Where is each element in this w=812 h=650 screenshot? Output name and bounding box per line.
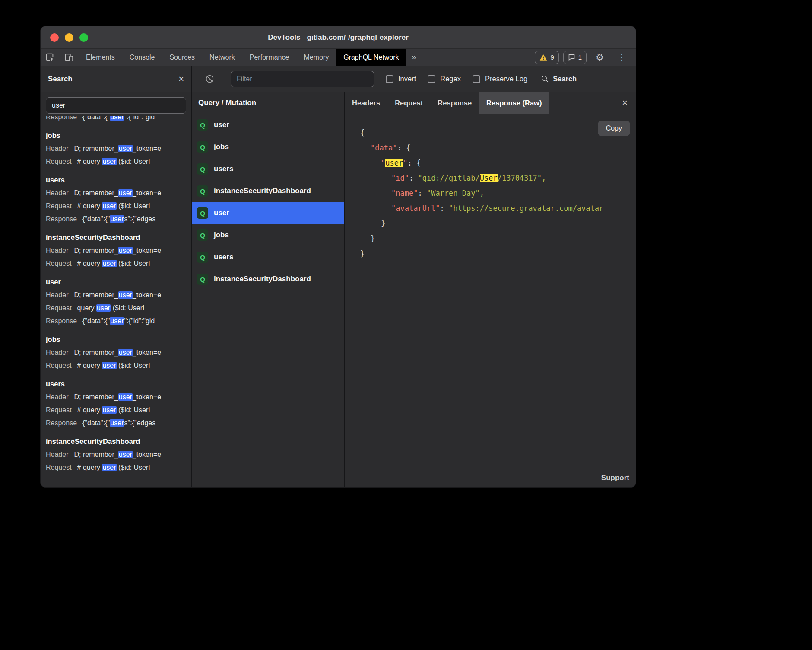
support-link[interactable]: Support — [601, 474, 629, 482]
tab-performance[interactable]: Performance — [242, 49, 297, 66]
result-line-label: Response — [46, 116, 77, 121]
copy-button[interactable]: Copy — [598, 121, 630, 136]
search-result-line[interactable]: Response{"data":{"users":{"edges — [46, 213, 186, 226]
json-line: "id": "gid://gitlab/User/13704317", — [360, 171, 636, 186]
json-punct: : { — [407, 159, 421, 167]
json-punct: { — [360, 128, 365, 137]
query-list-item[interactable]: Q instanceSecurityDashboard — [192, 180, 344, 202]
search-result-line[interactable]: Response{"data":{"user":{"id":"gid — [46, 315, 186, 328]
search-result-line[interactable]: Request# query user ($id: UserI — [46, 359, 186, 372]
result-text: D; remember_ — [74, 451, 118, 458]
query-list-item-selected[interactable]: Q user — [192, 202, 344, 224]
match-highlight: user — [110, 116, 124, 121]
json-line: "data": { — [360, 140, 636, 156]
result-line-label: Header — [46, 291, 68, 299]
search-result-line[interactable]: HeaderD; remember_user_token=e — [46, 142, 186, 155]
traffic-lights — [50, 26, 88, 48]
json-line: "name": "Warren Day", — [360, 186, 636, 201]
query-name: instanceSecurityDashboard — [214, 275, 311, 284]
search-result-line[interactable]: Request# query user ($id: UserI — [46, 461, 186, 474]
tab-elements[interactable]: Elements — [79, 49, 122, 66]
clear-log-icon[interactable] — [200, 74, 219, 83]
raw-response-body: { "data": { "user": { "id": "gid://gitla… — [345, 114, 636, 487]
search-toggle-button[interactable]: Search — [541, 75, 577, 83]
console-warnings-badge[interactable]: 9 — [535, 51, 558, 64]
result-text: ($id: UserI — [117, 362, 150, 369]
invert-checkbox[interactable]: Invert — [386, 75, 416, 83]
query-list-item[interactable]: Q users — [192, 246, 344, 268]
close-detail-icon[interactable]: × — [614, 92, 636, 114]
json-punct: : — [409, 174, 418, 182]
result-text: D; remember_ — [74, 145, 118, 152]
result-group-title[interactable]: user — [46, 275, 186, 289]
result-group-title[interactable]: jobs — [46, 333, 186, 346]
search-result-line[interactable]: Request# query user ($id: UserI — [46, 155, 186, 168]
result-text: D; remember_ — [74, 189, 118, 197]
close-window-button[interactable] — [50, 33, 59, 42]
filter-input[interactable] — [231, 71, 374, 87]
match-highlight: user — [110, 419, 124, 427]
result-line-label: Header — [46, 247, 68, 254]
network-toolbar: Invert Regex Preserve Log Search — [192, 66, 636, 92]
search-result-line[interactable]: HeaderD; remember_user_token=e — [46, 391, 186, 404]
result-group-title[interactable]: users — [46, 377, 186, 391]
tab-network[interactable]: Network — [202, 49, 242, 66]
search-result-line[interactable]: Request# query user ($id: UserI — [46, 257, 186, 270]
tab-request[interactable]: Request — [387, 92, 430, 114]
result-group-title[interactable]: instanceSecurityDashboard — [46, 435, 186, 448]
search-result-line[interactable]: Response{"data":{"user":{"id":"gid — [46, 116, 186, 124]
tab-headers[interactable]: Headers — [345, 92, 387, 114]
tab-sources[interactable]: Sources — [162, 49, 202, 66]
more-tabs-chevron-icon[interactable]: » — [406, 49, 422, 66]
result-text: _token=e — [133, 291, 161, 299]
search-result-line[interactable]: Request# query user ($id: UserI — [46, 200, 186, 213]
query-list-item[interactable]: Q jobs — [192, 136, 344, 158]
inspect-element-icon[interactable] — [41, 49, 60, 66]
regex-checkbox[interactable]: Regex — [428, 75, 461, 83]
more-options-icon[interactable]: ⋮ — [613, 53, 631, 61]
close-search-icon[interactable]: × — [178, 74, 184, 84]
search-input-wrap — [41, 92, 191, 116]
tab-graphql-network[interactable]: GraphQL Network — [336, 49, 406, 66]
search-result-line[interactable]: HeaderD; remember_user_token=e — [46, 448, 186, 461]
result-text: # query — [77, 260, 102, 267]
search-results-list[interactable]: Response{"data":{"user":{"id":"gid jobs … — [41, 116, 191, 487]
result-text: # query — [77, 406, 102, 414]
tab-console[interactable]: Console — [122, 49, 162, 66]
tab-memory[interactable]: Memory — [296, 49, 336, 66]
result-text: ($id: UserI — [117, 406, 150, 414]
minimize-window-button[interactable] — [65, 33, 73, 42]
query-type-icon: Q — [197, 252, 208, 263]
zoom-window-button[interactable] — [79, 33, 88, 42]
preserve-log-checkbox[interactable]: Preserve Log — [473, 75, 527, 83]
tab-response-raw[interactable]: Response (Raw) — [479, 92, 549, 114]
search-result-line[interactable]: HeaderD; remember_user_token=e — [46, 187, 186, 200]
json-value: /13704317", — [498, 174, 546, 182]
search-result-line[interactable]: Requestquery user ($id: UserI — [46, 302, 186, 315]
match-highlight: user — [118, 189, 133, 197]
result-line-label: Header — [46, 189, 68, 197]
query-list-item[interactable]: Q instanceSecurityDashboard — [192, 268, 344, 290]
detail-tabs: Headers Request Response Response (Raw) … — [345, 92, 636, 114]
result-group-title[interactable]: jobs — [46, 129, 186, 142]
result-group-title[interactable]: users — [46, 173, 186, 187]
console-messages-badge[interactable]: 1 — [563, 51, 587, 64]
query-list-item[interactable]: Q user — [192, 114, 344, 136]
settings-gear-icon[interactable]: ⚙ — [591, 53, 609, 62]
search-result-line[interactable]: HeaderD; remember_user_token=e — [46, 289, 186, 302]
result-text: ($id: UserI — [117, 464, 150, 471]
search-result-line[interactable]: HeaderD; remember_user_token=e — [46, 346, 186, 359]
search-result-line[interactable]: Response{"data":{"users":{"edges — [46, 417, 186, 430]
result-text: s":{"edges — [124, 215, 155, 223]
search-result-line[interactable]: HeaderD; remember_user_token=e — [46, 244, 186, 257]
match-highlight: user — [102, 158, 116, 165]
query-list-item[interactable]: Q jobs — [192, 224, 344, 246]
match-highlight: user — [118, 145, 133, 152]
search-input[interactable] — [46, 97, 186, 114]
query-list-item[interactable]: Q users — [192, 158, 344, 180]
result-group-title[interactable]: instanceSecurityDashboard — [46, 231, 186, 244]
search-result-line[interactable]: Request# query user ($id: UserI — [46, 404, 186, 417]
tab-response[interactable]: Response — [430, 92, 479, 114]
json-key: "id" — [391, 174, 409, 182]
device-toolbar-icon[interactable] — [60, 49, 79, 66]
